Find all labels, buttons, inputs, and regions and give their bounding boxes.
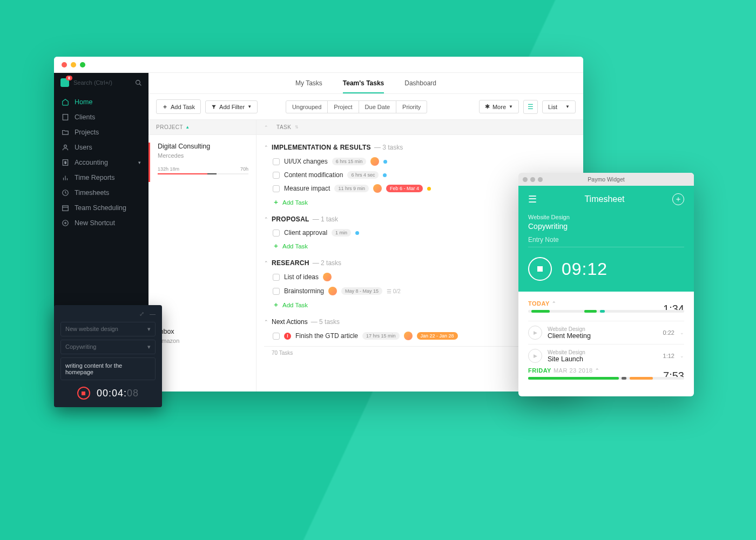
time-tracker-panel: ⤢ — New website design▾ Copywriting▾ wri… [54, 305, 162, 407]
priority-icon: ! [284, 333, 291, 340]
minimize-icon[interactable]: — [150, 310, 156, 318]
assignee-avatar [328, 287, 337, 295]
svg-rect-2 [63, 114, 68, 120]
project-column: Digital Consulting Mercedes 132h 18m70h … [148, 135, 256, 392]
task-checkbox[interactable] [273, 288, 280, 295]
sidebar-item-time-reports[interactable]: Time Reports [54, 170, 148, 185]
group-by-due-date[interactable]: Due Date [359, 101, 396, 113]
widget-project[interactable]: Website Design [528, 214, 684, 220]
task-checkbox[interactable] [273, 185, 280, 192]
add-task-button[interactable]: ＋Add Task [156, 99, 201, 114]
tracker-task-select[interactable]: Copywriting▾ [60, 340, 156, 354]
sidebar-item-projects[interactable]: Projects [54, 125, 148, 140]
menu-icon[interactable]: ☰ [528, 193, 537, 205]
maximize-icon[interactable] [538, 177, 543, 182]
sidebar-item-timesheets[interactable]: Timesheets [54, 185, 148, 200]
task-checkbox[interactable] [273, 274, 280, 281]
duration-badge: 17 hrs 15 min [362, 332, 400, 340]
widget-stop-button[interactable] [528, 257, 552, 281]
svg-point-0 [136, 80, 140, 84]
app-logo[interactable]: 8 [60, 78, 69, 87]
sidebar-item-users[interactable]: Users [54, 140, 148, 155]
widget-task[interactable]: Copywriting [528, 222, 684, 231]
project-card[interactable]: Digital Consulting Mercedes 132h 18m70h [148, 143, 256, 182]
task-row[interactable]: UI/UX changes6 hrs 15 min [264, 154, 576, 168]
project-name: Digital Consulting [158, 143, 248, 150]
sidebar-item-clients[interactable]: Clients [54, 110, 148, 125]
project-client: Amazon [158, 338, 248, 344]
group-by-project[interactable]: Project [328, 101, 359, 113]
more-button[interactable]: ✱More▼ [479, 100, 519, 113]
project-card[interactable]: Inbox Amazon [148, 328, 256, 359]
sidebar-item-accounting[interactable]: $Accounting▾ [54, 155, 148, 170]
close-icon[interactable] [62, 62, 67, 68]
assignee-avatar [323, 273, 332, 281]
status-dot [355, 231, 359, 235]
tracker-stop-button[interactable] [77, 387, 90, 400]
project-progress-bar [158, 173, 248, 174]
minimize-icon[interactable] [71, 62, 76, 68]
widget-elapsed-time: 09:12 [562, 259, 608, 279]
task-checkbox[interactable] [273, 158, 280, 165]
tracker-project-select[interactable]: New website design▾ [60, 322, 156, 336]
day-timeline-bar [528, 377, 684, 380]
project-name: Inbox [158, 328, 248, 335]
time-entry[interactable]: ▶Website DesignClient Meeting0:22⌄ [528, 321, 684, 344]
task-checkbox[interactable] [273, 172, 280, 179]
play-icon[interactable]: ▶ [528, 349, 542, 363]
group-by-ungrouped[interactable]: Ungrouped [286, 101, 328, 113]
tracker-note-input[interactable]: writing content for the homepage [60, 357, 156, 380]
duration-badge: 11 hrs 9 min [334, 185, 369, 192]
timesheet-widget: Paymo Widget ☰ Timesheet ＋ Website Desig… [518, 173, 694, 396]
tab-dashboard[interactable]: Dashboard [404, 79, 436, 93]
notification-badge: 8 [66, 76, 72, 80]
reports-icon [62, 174, 69, 181]
svg-line-1 [139, 84, 141, 85]
widget-note-input[interactable]: Entry Note [528, 236, 684, 247]
timesheets-icon [62, 189, 69, 197]
toolbar: ＋Add Task Add Filter▼ UngroupedProjectDu… [148, 94, 583, 120]
task-group-header[interactable]: ⌃IMPLEMENTATION & RESULTS — 3 tasks [264, 140, 576, 154]
add-filter-button[interactable]: Add Filter▼ [205, 100, 258, 113]
maximize-icon[interactable] [80, 62, 85, 68]
minimize-icon[interactable] [530, 177, 535, 182]
add-entry-button[interactable]: ＋ [672, 193, 684, 205]
search-icon[interactable] [135, 79, 142, 86]
subtasks-icon: ☰ 0/2 [387, 288, 401, 294]
task-checkbox[interactable] [273, 333, 280, 340]
chevron-down-icon: ⌃ [264, 260, 268, 266]
sidebar-item-new-shortcut[interactable]: New Shortcut [54, 215, 148, 231]
window-titlebar [54, 57, 583, 73]
status-dot [383, 173, 387, 177]
main-tabs: My TasksTeam's TasksDashboard [148, 73, 583, 94]
view-mode-icon[interactable]: ☰ [523, 100, 538, 114]
play-icon[interactable]: ▶ [528, 326, 542, 340]
tab-team-s-tasks[interactable]: Team's Tasks [343, 79, 384, 93]
chevron-up-icon: ⌃ [595, 368, 600, 373]
sidebar-item-home[interactable]: Home [54, 94, 148, 110]
sidebar-item-team-scheduling[interactable]: Team Scheduling [54, 200, 148, 215]
status-dot [383, 160, 387, 164]
project-column-header[interactable]: PROJECT▲ [148, 120, 256, 134]
users-icon [62, 144, 69, 151]
clients-icon [62, 113, 69, 121]
projects-icon [62, 129, 69, 136]
chevron-up-icon: ⌃ [552, 301, 557, 306]
chevron-down-icon: ⌄ [680, 330, 684, 335]
chevron-down-icon: ⌄ [680, 353, 684, 359]
chevron-down-icon: ▾ [138, 160, 141, 165]
chevron-down-icon: ⌃ [264, 319, 268, 325]
time-entry[interactable]: ▶Website DesignSite Launch1:12⌄ [528, 344, 684, 367]
view-selector[interactable]: List▼ [542, 100, 576, 113]
expand-icon[interactable]: ⤢ [139, 310, 144, 318]
task-column-header[interactable]: ⌃ TASK⇅ [256, 120, 583, 134]
widget-titlebar: Paymo Widget [518, 173, 694, 186]
sort-asc-icon: ▲ [185, 125, 190, 130]
column-headers: PROJECT▲ ⌃ TASK⇅ [148, 120, 583, 135]
search-input[interactable]: Search (Ctrl+/) [73, 79, 131, 86]
chevron-down-icon: ⌃ [264, 145, 268, 150]
task-checkbox[interactable] [273, 230, 280, 237]
tab-my-tasks[interactable]: My Tasks [295, 79, 322, 93]
close-icon[interactable] [523, 177, 528, 182]
group-by-priority[interactable]: Priority [396, 101, 427, 113]
